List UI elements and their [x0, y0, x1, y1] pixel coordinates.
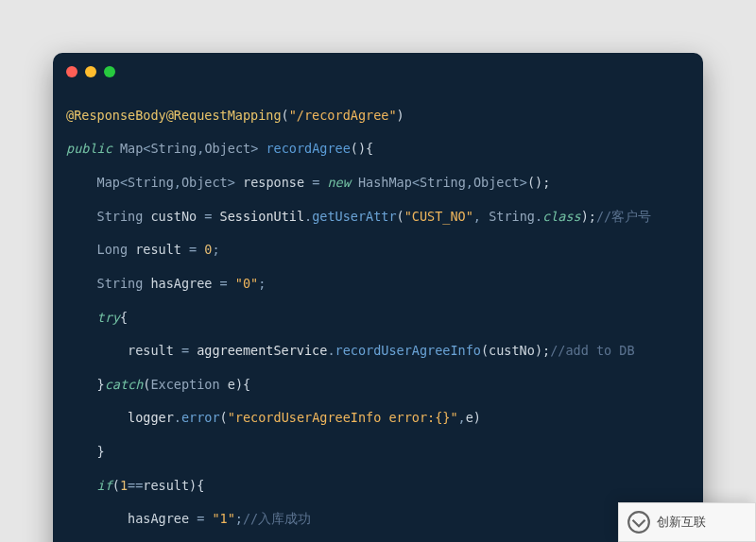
code-block: @ResponseBody@RequestMapping("/recordAgr…: [66, 91, 690, 542]
code-line: logger.error("recordUserAgreeInfo error:…: [66, 410, 690, 427]
code-line: public Map<String,Object> recordAgree(){: [66, 141, 690, 158]
watermark-text: 创新互联: [657, 514, 706, 530]
code-editor-panel: @ResponseBody@RequestMapping("/recordAgr…: [53, 53, 703, 542]
code-line: }: [66, 444, 690, 461]
code-line: Map<String,Object> response = new HashMa…: [66, 175, 690, 192]
svg-point-0: [628, 512, 649, 533]
code-line: String hasAgree = "0";: [66, 276, 690, 293]
close-icon[interactable]: [66, 66, 77, 77]
page-container: @ResponseBody@RequestMapping("/recordAgr…: [0, 0, 756, 542]
code-line: }catch(Exception e){: [66, 377, 690, 394]
code-line: result = aggreementService.recordUserAgr…: [66, 343, 690, 360]
code-line: hasAgree = "1";//入库成功: [66, 511, 690, 528]
watermark-logo-icon: [627, 510, 651, 534]
minimize-icon[interactable]: [85, 66, 96, 77]
code-line: String custNo = SessionUtil.getUserAttr(…: [66, 209, 690, 226]
watermark-badge: 创新互联: [618, 502, 756, 542]
code-line: Long result = 0;: [66, 242, 690, 259]
window-controls: [66, 66, 690, 77]
code-line: if(1==result){: [66, 478, 690, 495]
code-line: @ResponseBody@RequestMapping("/recordAgr…: [66, 108, 690, 125]
code-line: try{: [66, 310, 690, 327]
maximize-icon[interactable]: [104, 66, 115, 77]
